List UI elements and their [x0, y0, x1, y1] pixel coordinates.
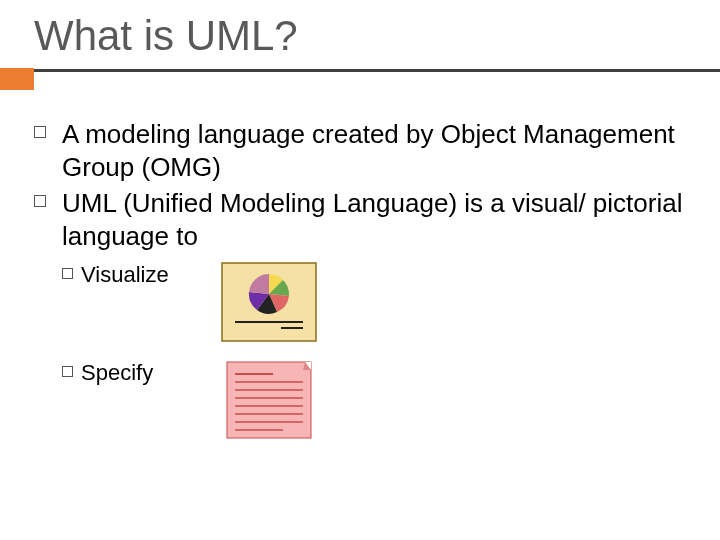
sub-bullet-label: Specify	[81, 360, 221, 386]
sub-bullet-label: Visualize	[81, 262, 221, 288]
bullet-item: A modeling language created by Object Ma…	[62, 118, 686, 183]
sub-bullet-item: Visualize	[62, 262, 686, 346]
sub-bullet-list: Visualize S	[62, 262, 686, 444]
slide-title: What is UML?	[0, 0, 720, 68]
square-bullet-icon	[34, 195, 46, 207]
bullet-text: A modeling language created by Object Ma…	[62, 118, 686, 183]
bullet-item: UML (Unified Modeling Language) is a vis…	[62, 187, 686, 252]
slide-body: A modeling language created by Object Ma…	[0, 90, 720, 444]
square-bullet-icon	[62, 366, 73, 377]
square-bullet-icon	[34, 126, 46, 138]
sub-bullet-item: Specify	[62, 360, 686, 444]
bullet-text: UML (Unified Modeling Language) is a vis…	[62, 187, 686, 252]
accent-rule	[34, 69, 720, 72]
specify-document-icon	[221, 360, 317, 444]
accent-orange-block	[0, 68, 34, 90]
square-bullet-icon	[62, 268, 73, 279]
title-accent	[0, 68, 720, 90]
visualize-chart-icon	[221, 262, 317, 346]
